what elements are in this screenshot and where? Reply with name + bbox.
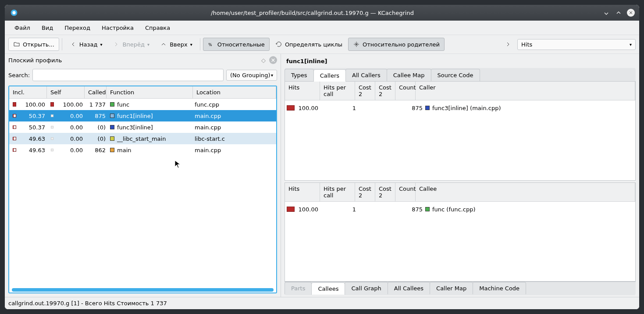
self-value: 0.00	[57, 136, 85, 142]
menu-view[interactable]: Вид	[36, 23, 58, 33]
incl-value: 50.37	[19, 124, 48, 131]
color-swatch-icon	[425, 106, 430, 110]
menu-file[interactable]: Файл	[9, 23, 36, 33]
tab-callee-map[interactable]: Callee Map	[387, 69, 431, 81]
function-name: main	[117, 147, 131, 153]
chevron-down-icon[interactable]: ▾	[100, 42, 102, 47]
back-label: Назад	[79, 41, 98, 48]
incl-bar	[10, 137, 19, 140]
list-item[interactable]: 100.00 1 875 func (func.cpp)	[287, 203, 633, 215]
col-count[interactable]: Count	[395, 82, 416, 100]
horizontal-scrollbar[interactable]	[12, 288, 274, 292]
col-function[interactable]: Function	[107, 86, 193, 98]
table-row[interactable]: 49.63 0.00 862 main main.cpp	[9, 144, 276, 156]
minimize-button[interactable]	[602, 9, 610, 17]
col-cost2a[interactable]: Cost 2	[355, 183, 375, 201]
open-button[interactable]: Открыть...	[8, 38, 59, 51]
menu-go[interactable]: Переход	[59, 23, 96, 33]
col-callee[interactable]: Callee	[416, 183, 635, 201]
col-cost2b[interactable]: Cost 2	[375, 82, 395, 100]
tab-types[interactable]: Types	[285, 69, 314, 81]
callers-header: Hits Hits per call Cost 2 Cost 2 Count C…	[285, 82, 635, 100]
chevron-down-icon[interactable]: ▾	[147, 42, 149, 47]
forward-label: Вперёд	[122, 41, 145, 48]
tab-all-callers[interactable]: All Callers	[345, 69, 387, 81]
col-hits[interactable]: Hits	[285, 82, 320, 100]
parent-relative-button[interactable]: Относительно родителей	[348, 38, 445, 51]
incl-bar	[10, 125, 19, 129]
hpc-value: 1	[321, 105, 356, 111]
col-hits[interactable]: Hits	[285, 183, 320, 201]
panel-float-button[interactable]: ◇	[260, 56, 267, 64]
col-location[interactable]: Location	[193, 86, 276, 98]
function-name: func1[inline]	[117, 113, 153, 119]
col-hits-per-call[interactable]: Hits per call	[320, 183, 355, 201]
relative-button[interactable]: % Относительные	[203, 38, 270, 51]
forward-button[interactable]: Вперёд ▾	[108, 38, 154, 51]
function-name: func3[inline]	[117, 124, 153, 131]
count-value: 875	[404, 206, 423, 213]
self-bar	[48, 137, 57, 140]
grouping-value: (No Grouping)	[230, 72, 270, 78]
tab-callees[interactable]: Callees	[311, 282, 345, 295]
col-cost2a[interactable]: Cost 2	[355, 82, 375, 100]
selected-function-header: func1[inline]	[285, 56, 636, 66]
cycles-button[interactable]: Определять циклы	[270, 38, 347, 51]
bottom-tab-bar: Parts Callees Call Graph All Callees Cal…	[285, 282, 636, 295]
svg-text:%: %	[208, 43, 212, 47]
tab-call-graph[interactable]: Call Graph	[345, 282, 388, 294]
panel-close-button[interactable]: ✕	[269, 56, 277, 64]
close-button[interactable]	[627, 9, 635, 17]
called-value: (0)	[85, 124, 107, 131]
tab-callers[interactable]: Callers	[313, 69, 346, 82]
relative-label: Относительные	[217, 41, 265, 48]
grouping-select[interactable]: (No Grouping) ▾	[226, 70, 277, 81]
called-value: (0)	[85, 136, 107, 142]
panel-title: Плоский профиль	[8, 57, 258, 64]
parent-relative-label: Относительно родителей	[363, 41, 440, 48]
table-row[interactable]: 50.37 0.00 (0) func3[inline] main.cpp	[9, 121, 276, 133]
chevron-down-icon[interactable]: ▾	[190, 42, 192, 47]
up-button[interactable]: Вверх ▾	[155, 38, 197, 51]
nav-right-button[interactable]	[500, 38, 516, 51]
col-called[interactable]: Called	[85, 86, 107, 98]
col-incl[interactable]: Incl.	[9, 86, 47, 98]
col-count[interactable]: Count	[395, 183, 416, 201]
callees-header: Hits Hits per call Cost 2 Cost 2 Count C…	[285, 183, 635, 202]
table-row[interactable]: 49.63 0.00 (0) __libc_start_main libc-st…	[9, 133, 276, 144]
tab-source-code[interactable]: Source Code	[431, 69, 480, 81]
cost-type-select[interactable]: Hits ▾	[517, 39, 636, 50]
open-label: Открыть...	[23, 41, 54, 48]
tab-machine-code[interactable]: Machine Code	[473, 282, 526, 294]
col-hits-per-call[interactable]: Hits per call	[320, 82, 355, 100]
menu-settings[interactable]: Настройка	[96, 23, 139, 33]
col-self[interactable]: Self	[47, 86, 85, 98]
incl-bar	[10, 114, 19, 118]
self-value: 0.00	[57, 147, 85, 153]
tab-parts[interactable]: Parts	[285, 282, 312, 294]
self-value: 100.00	[57, 101, 85, 108]
table-row[interactable]: 100.00 100.00 1 737 func func.cpp	[9, 99, 276, 110]
location-value: libc-start.c	[192, 136, 275, 142]
self-bar	[48, 149, 57, 151]
top-tab-bar: Types Callers All Callers Callee Map Sou…	[285, 68, 636, 82]
col-cost2b[interactable]: Cost 2	[375, 183, 395, 201]
table-row[interactable]: 50.37 0.00 875 func1[inline] main.cpp	[9, 110, 276, 121]
color-swatch-icon	[110, 114, 114, 118]
called-value: 1 737	[85, 101, 107, 108]
called-value: 862	[85, 147, 107, 153]
hits-value: 100.00	[297, 206, 318, 213]
back-button[interactable]: Назад ▾	[65, 38, 107, 51]
cycles-label: Определять циклы	[285, 41, 342, 48]
incl-value: 50.37	[19, 113, 48, 119]
search-input[interactable]	[32, 69, 224, 81]
col-caller[interactable]: Caller	[416, 82, 635, 100]
tab-caller-map[interactable]: Caller Map	[430, 282, 473, 294]
up-label: Вверх	[170, 41, 188, 48]
menu-help[interactable]: Справка	[140, 23, 175, 33]
hits-bar	[287, 105, 295, 111]
list-item[interactable]: 100.00 1 875 func3[inline] (main.cpp)	[287, 102, 633, 114]
tab-all-callees[interactable]: All Callees	[388, 282, 430, 294]
maximize-button[interactable]	[615, 9, 623, 17]
app-icon	[9, 8, 19, 18]
